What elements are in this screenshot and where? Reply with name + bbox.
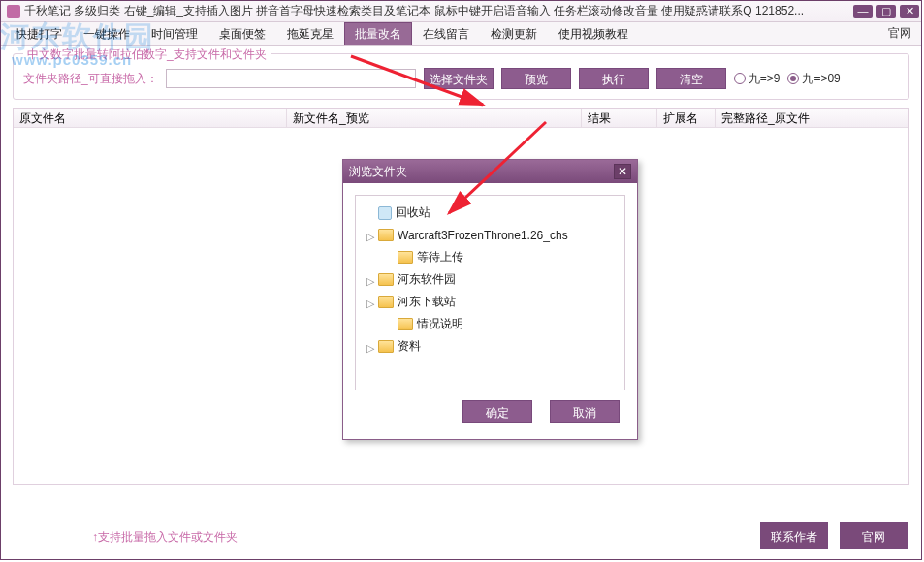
recycle-bin-icon xyxy=(378,206,392,220)
folder-icon xyxy=(398,251,413,264)
maximize-button[interactable]: ▢ xyxy=(876,5,896,18)
twist-icon[interactable]: ▷ xyxy=(366,297,374,306)
tree-node[interactable]: ▷Warcraft3FrozenThrone1.26_chs xyxy=(362,224,619,246)
preview-button[interactable]: 预览 xyxy=(501,68,571,89)
folder-icon xyxy=(398,318,413,330)
footer-buttons: 联系作者 官网 xyxy=(760,522,908,549)
clear-button[interactable]: 清空 xyxy=(656,68,726,89)
radio-9[interactable]: 九=>9 xyxy=(734,71,781,87)
tree-node[interactable]: ▷资料 xyxy=(362,335,619,358)
site-button[interactable]: 官网 xyxy=(840,522,908,549)
twist-icon[interactable]: ▷ xyxy=(366,275,374,284)
folder-icon xyxy=(378,273,394,286)
tab-guestbook[interactable]: 在线留言 xyxy=(412,22,480,45)
official-link[interactable]: 官网 xyxy=(888,22,911,45)
tree-label: 情况说明 xyxy=(417,316,463,332)
tree-label: 河东下载站 xyxy=(398,294,456,310)
tree-node[interactable]: ▷河东下载站 xyxy=(362,291,619,313)
col-new[interactable]: 新文件名_预览 xyxy=(287,109,582,127)
path-input[interactable] xyxy=(166,69,416,88)
col-ext[interactable]: 扩展名 xyxy=(657,109,716,127)
tab-update[interactable]: 检测更新 xyxy=(480,22,548,45)
window-title: 千秋笔记 多级归类 右键_编辑_支持插入图片 拼音首字母快速检索类目及笔记本 鼠… xyxy=(24,3,851,19)
cancel-button[interactable]: 取消 xyxy=(550,400,620,423)
tree-label: 等待上传 xyxy=(417,249,463,265)
col-orig[interactable]: 原文件名 xyxy=(14,109,287,127)
twist-icon xyxy=(366,208,374,217)
tab-sticky[interactable]: 桌面便签 xyxy=(208,22,276,45)
tab-quicktype[interactable]: 快捷打字 xyxy=(5,22,73,45)
select-folder-button[interactable]: 选择文件夹 xyxy=(424,68,494,89)
app-icon xyxy=(7,5,20,18)
minimize-button[interactable]: — xyxy=(853,5,873,18)
controls-row: 文件夹路径_可直接拖入： 选择文件夹 预览 执行 清空 九=>9 九=>09 xyxy=(23,68,899,89)
dialog-close-button[interactable]: ✕ xyxy=(614,164,631,179)
tree-label: 回收站 xyxy=(396,204,430,221)
tab-procrastinate[interactable]: 拖延克星 xyxy=(276,22,344,45)
tree-node-recycle[interactable]: 回收站 xyxy=(362,202,619,224)
tab-bar: 快捷打字 一键操作 时间管理 桌面便签 拖延克星 批量改名 在线留言 检测更新 … xyxy=(1,22,921,46)
twist-icon xyxy=(385,320,394,328)
col-fullpath[interactable]: 完整路径_原文件 xyxy=(716,109,908,127)
drag-hint: ↑支持批量拖入文件或文件夹 xyxy=(92,529,238,546)
run-button[interactable]: 执行 xyxy=(579,68,649,89)
list-header: 原文件名 新文件名_预览 结果 扩展名 完整路径_原文件 xyxy=(14,109,908,128)
tab-video[interactable]: 使用视频教程 xyxy=(548,22,639,45)
tree-node[interactable]: ▷河东软件园 xyxy=(362,268,619,291)
tree-label: 河东软件园 xyxy=(398,271,456,288)
path-label: 文件夹路径_可直接拖入： xyxy=(23,71,158,87)
folder-tree[interactable]: 回收站 ▷Warcraft3FrozenThrone1.26_chs 等待上传 … xyxy=(355,195,625,390)
radio-9-label: 九=>9 xyxy=(749,71,781,87)
dialog-titlebar: 浏览文件夹 ✕ xyxy=(343,160,637,183)
dialog-buttons: 确定 取消 xyxy=(355,390,625,427)
twist-icon xyxy=(385,253,394,262)
close-button[interactable]: ✕ xyxy=(900,5,919,18)
folder-icon xyxy=(378,229,394,241)
tree-node[interactable]: 情况说明 xyxy=(362,313,619,335)
folder-icon xyxy=(378,340,394,353)
app-window: 千秋笔记 多级归类 右键_编辑_支持插入图片 拼音首字母快速检索类目及笔记本 鼠… xyxy=(0,0,922,560)
tree-node[interactable]: 等待上传 xyxy=(362,246,619,268)
twist-icon[interactable]: ▷ xyxy=(366,342,374,351)
folder-icon xyxy=(378,296,394,308)
titlebar: 千秋笔记 多级归类 右键_编辑_支持插入图片 拼音首字母快速检索类目及笔记本 鼠… xyxy=(1,1,921,22)
tree-label: Warcraft3FrozenThrone1.26_chs xyxy=(398,229,568,242)
contact-button[interactable]: 联系作者 xyxy=(760,522,828,549)
tab-batchrename[interactable]: 批量改名 xyxy=(344,22,412,45)
options-group: 中文数字批量转阿拉伯数字_支持文件和文件夹 文件夹路径_可直接拖入： 选择文件夹… xyxy=(13,53,909,100)
radio-09-label: 九=>09 xyxy=(802,71,840,87)
ok-button[interactable]: 确定 xyxy=(462,400,532,423)
group-legend: 中文数字批量转阿拉伯数字_支持文件和文件夹 xyxy=(23,47,271,63)
dialog-title: 浏览文件夹 xyxy=(349,164,407,180)
tab-timemgr[interactable]: 时间管理 xyxy=(141,22,208,45)
tab-oneclick[interactable]: 一键操作 xyxy=(73,22,141,45)
twist-icon[interactable]: ▷ xyxy=(366,231,374,239)
col-result[interactable]: 结果 xyxy=(582,109,657,127)
dialog-body: 回收站 ▷Warcraft3FrozenThrone1.26_chs 等待上传 … xyxy=(343,183,637,439)
radio-09[interactable]: 九=>09 xyxy=(787,71,840,87)
tree-label: 资料 xyxy=(398,338,421,355)
browse-folder-dialog: 浏览文件夹 ✕ 回收站 ▷Warcraft3FrozenThrone1.26_c… xyxy=(342,159,638,440)
